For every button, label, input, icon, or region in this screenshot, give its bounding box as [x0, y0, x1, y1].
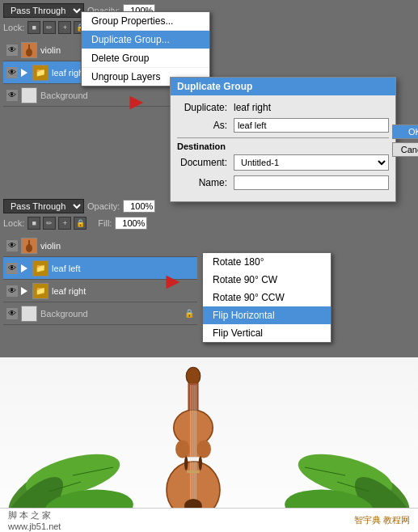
mid-layer-violin[interactable]: 👁 violin	[3, 234, 197, 257]
lock-image-icon[interactable]: ✏	[43, 21, 56, 34]
dialog-name-label: Name:	[177, 177, 234, 188]
dialog-title: Duplicate Group	[171, 78, 395, 95]
mid-eye-icon-violin[interactable]: 👁	[6, 240, 18, 251]
svg-point-2	[26, 244, 32, 252]
lock-transparent-icon[interactable]: ■	[27, 21, 40, 34]
flip-menu: Rotate 180° Rotate 90° CW Rotate 90° CCW…	[202, 252, 331, 343]
mid-layer-thumb-bg	[21, 306, 37, 322]
svg-point-12	[173, 410, 212, 445]
mid-layer-name-violin: violin	[40, 241, 194, 251]
menu-item-delete-group[interactable]: Delete Group	[82, 49, 209, 68]
eye-icon[interactable]: 👁	[6, 44, 18, 56]
dialog-buttons: OK Cancel	[392, 125, 418, 157]
mid-opacity-label: Opacity:	[87, 201, 120, 211]
mid-layer-name-bg: Background	[40, 309, 181, 319]
menu-item-duplicate-group[interactable]: Duplicate Group...	[82, 31, 209, 49]
dialog-ok-button[interactable]: OK	[392, 125, 418, 139]
dialog-as-label: As:	[177, 120, 234, 131]
mid-group-expand-icon2[interactable]	[21, 287, 27, 295]
dialog-as-input[interactable]	[234, 118, 389, 133]
footer: 脚 本 之 家 www.jb51.net 智宇典 教程网	[0, 508, 418, 532]
menu-item-group-properties[interactable]: Group Properties...	[82, 12, 209, 31]
mid-fill-input[interactable]	[115, 217, 147, 230]
layer-name-bg: Background	[40, 91, 181, 100]
mid-opacity-input[interactable]	[123, 200, 155, 213]
blend-mode-select[interactable]: Pass Through	[3, 3, 84, 18]
context-menu: Group Properties... Duplicate Group... D…	[81, 11, 210, 87]
dialog-row-duplicate: Duplicate: leaf right	[177, 102, 389, 113]
layer-thumb-leaf-right: 📁	[32, 65, 49, 81]
mid-lock-all-icon[interactable]: 🔒	[74, 217, 87, 230]
footer-left: 脚 本 之 家 www.jb51.net	[8, 509, 61, 531]
dialog-row-document: Document: Untitled-1	[177, 154, 389, 171]
mid-fill-label: Fill:	[98, 218, 112, 228]
mid-lock-transparent-icon[interactable]: ■	[27, 217, 40, 230]
mid-eye-icon-bg[interactable]: 👁	[6, 308, 18, 319]
dialog-duplicate-label: Duplicate:	[177, 102, 234, 113]
mid-eye-icon-leaf-right[interactable]: 👁	[6, 285, 18, 297]
top-layer-panel: Pass Through Opacity: Lock: ■ ✏ + 🔒 Fill…	[0, 0, 418, 170]
footer-right-text: 智宇典 教程网	[354, 514, 410, 526]
mid-lock-icon: 🔒	[184, 309, 194, 318]
mid-group-expand-icon[interactable]	[21, 264, 27, 272]
dialog-document-select[interactable]: Untitled-1	[234, 154, 389, 171]
group-expand-icon[interactable]	[21, 69, 27, 77]
mid-layer-thumb-leaf-right: 📁	[32, 283, 49, 299]
flip-menu-rotate180[interactable]: Rotate 180°	[203, 253, 331, 271]
dialog-row-as: As:	[177, 118, 389, 133]
footer-left-text: 脚 本 之 家	[8, 509, 61, 521]
svg-point-10	[186, 367, 201, 385]
dialog-row-name: Name:	[177, 175, 389, 190]
dialog-destination-label: Destination	[177, 137, 389, 151]
dialog-duplicate-value: leaf right	[234, 102, 271, 113]
flip-menu-rotate90ccw[interactable]: Rotate 90° CCW	[203, 289, 331, 306]
mid-lock-label: Lock:	[3, 218, 24, 228]
arrow-right-1: ►	[125, 89, 148, 115]
flip-menu-flip-vertical[interactable]: Flip Vertical	[203, 324, 331, 342]
svg-point-15	[196, 440, 211, 458]
footer-left-sub: www.jb51.net	[8, 521, 61, 531]
flip-menu-flip-horizontal[interactable]: Flip Horizontal	[203, 306, 331, 324]
lock-label: Lock:	[3, 23, 24, 32]
dialog-cancel-button[interactable]: Cancel	[392, 142, 418, 157]
svg-point-0	[26, 49, 32, 57]
lock-position-icon[interactable]: +	[58, 21, 71, 34]
svg-rect-3	[28, 240, 30, 245]
mid-layer-thumb-violin	[21, 238, 37, 254]
mid-blend-mode-select[interactable]: Pass Through	[3, 199, 84, 213]
layer-item-background[interactable]: 👁 Background 🔒	[3, 84, 197, 107]
mid-layer-panel: Pass Through Opacity: Lock: ■ ✏ + 🔒 Fill…	[0, 196, 418, 357]
lock-row: Lock: ■ ✏ + 🔒 Fill:	[3, 21, 418, 34]
svg-point-14	[175, 440, 190, 458]
svg-rect-1	[28, 44, 30, 49]
bottom-image-area	[0, 357, 418, 532]
dialog-document-label: Document:	[177, 157, 234, 168]
svg-point-18	[198, 456, 201, 471]
eye-icon-bg[interactable]: 👁	[6, 90, 18, 101]
duplicate-group-dialog: Duplicate Group Duplicate: leaf right As…	[170, 77, 396, 202]
mid-lock-image-icon[interactable]: ✏	[43, 217, 56, 230]
svg-rect-23	[187, 471, 199, 473]
lock-icons: ■ ✏ + 🔒	[27, 21, 87, 34]
layer-thumb-violin	[21, 42, 37, 58]
mid-lock-row: Lock: ■ ✏ + 🔒 Fill:	[3, 217, 418, 230]
flip-menu-rotate90cw[interactable]: Rotate 90° CW	[203, 271, 331, 289]
arrow-right-2: ►	[162, 268, 184, 294]
mid-layer-thumb-leaf-left: 📁	[32, 260, 49, 277]
svg-point-17	[184, 456, 188, 471]
mid-layer-background[interactable]: 👁 Background 🔒	[3, 302, 197, 325]
top-toolbar: Pass Through Opacity:	[3, 3, 418, 18]
layer-thumb-bg	[21, 87, 37, 103]
mid-lock-position-icon[interactable]: +	[58, 217, 71, 230]
dialog-name-input[interactable]	[234, 175, 389, 190]
eye-icon-leaf-right[interactable]: 👁	[6, 67, 18, 78]
mid-eye-icon-leaf-left[interactable]: 👁	[6, 263, 18, 274]
mid-lock-icons: ■ ✏ + 🔒	[27, 217, 87, 230]
